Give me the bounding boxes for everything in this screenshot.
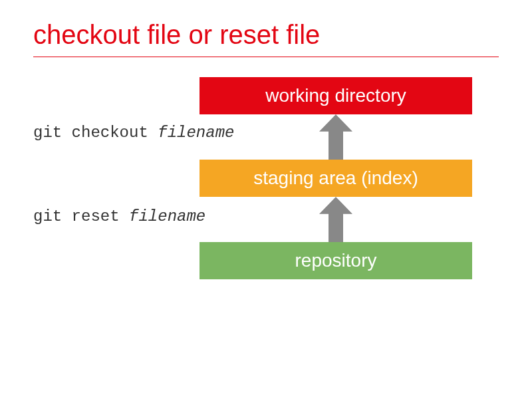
- cmd-reset: git reset filename: [33, 207, 205, 225]
- arrow-up-icon: [319, 197, 352, 242]
- arrow-up-icon: [319, 114, 352, 160]
- title-rule: [33, 57, 499, 57]
- cmd-reset-arg: filename: [129, 207, 205, 225]
- cmd-checkout-text: git checkout: [33, 124, 158, 142]
- slide-title: checkout file or reset file: [0, 0, 532, 57]
- cmd-checkout: git checkout filename: [33, 124, 234, 142]
- box-repository: repository: [200, 242, 472, 279]
- cmd-reset-text: git reset: [33, 207, 129, 225]
- box-staging-area: staging area (index): [200, 160, 472, 197]
- cmd-checkout-arg: filename: [158, 124, 234, 142]
- box-working-directory: working directory: [200, 77, 472, 114]
